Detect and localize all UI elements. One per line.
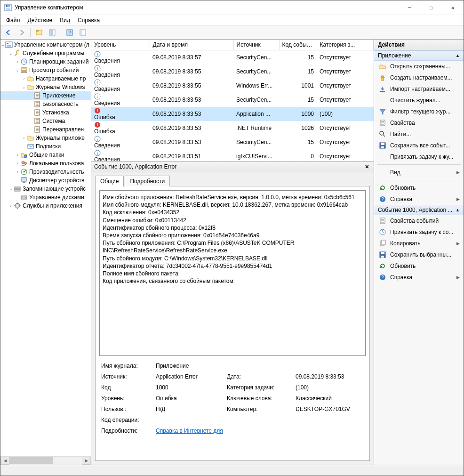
action-item[interactable]: Создать настраиваем...	[374, 72, 464, 83]
toolbar: ?	[0, 26, 464, 40]
tree-expander[interactable]: ⌄	[21, 85, 27, 89]
value-user: Н/Д	[156, 406, 224, 412]
column-header[interactable]: Дата и время	[150, 40, 233, 50]
tree-item[interactable]: ›Планировщик заданий	[0, 57, 91, 66]
menu-view[interactable]: Вид	[56, 16, 74, 24]
tree-item[interactable]: ›Службы и приложения	[0, 202, 91, 210]
svg-point-53	[16, 205, 18, 207]
tree-label: Система	[42, 118, 65, 124]
tree-item[interactable]: Безопасность	[0, 100, 91, 108]
action-label: Привязать задачу к жу...	[390, 153, 453, 160]
tree-expander[interactable]: ›	[15, 153, 20, 157]
action-item[interactable]: Копировать▶	[374, 238, 464, 249]
tree-label: Настраиваемые пр	[36, 75, 86, 82]
action-item[interactable]: Обновить	[374, 260, 464, 272]
tree-item[interactable]: ›Производительность	[0, 168, 91, 176]
tree-expander[interactable]: ›	[21, 76, 27, 81]
tree-expander[interactable]: ›	[15, 59, 20, 64]
column-header[interactable]: Категория з...	[317, 40, 374, 50]
action-item[interactable]: Фильтр текущего жур...	[374, 106, 464, 117]
action-item[interactable]: Привязать задачу к со...	[374, 226, 464, 238]
actions-group-application[interactable]: Приложение▲	[374, 50, 464, 61]
tree-expander[interactable]: ›	[21, 136, 27, 140]
tree-item[interactable]: ›Общие папки	[0, 151, 91, 159]
action-item[interactable]: Сохранить все событ...	[374, 140, 464, 151]
tree-item[interactable]: Подписки	[0, 142, 91, 151]
action-item[interactable]: Сохранить выбранны...	[374, 249, 464, 260]
tree-item[interactable]: ›Локальные пользова	[0, 159, 91, 168]
help-icon: ?	[379, 274, 386, 281]
action-item[interactable]: Импорт настраиваем...	[374, 83, 464, 95]
tree-horizontal-scrollbar[interactable]: ◀▶	[0, 456, 91, 465]
column-header[interactable]: Код события	[279, 40, 317, 50]
tab-details[interactable]: Подробности	[125, 176, 170, 186]
tab-general[interactable]: Общие	[95, 176, 124, 186]
show-hide-tree-button[interactable]	[33, 27, 45, 38]
event-row[interactable]: iСведения09.08.2019 8:33:53SecurityCen..…	[91, 135, 374, 149]
tree-item[interactable]: ⌄Журналы Windows	[0, 83, 91, 91]
forward-button[interactable]	[16, 27, 28, 38]
column-header[interactable]: Уровень	[91, 40, 150, 50]
action-item[interactable]: Свойства	[374, 117, 464, 129]
value-log: Приложение	[156, 363, 364, 369]
action-item[interactable]: Свойства событий	[374, 215, 464, 226]
detail-close-button[interactable]: ×	[363, 163, 371, 170]
event-row[interactable]: iСведения09.08.2019 8:33:51igfxCUIServi.…	[91, 149, 374, 161]
tree-item[interactable]: ⌄Управление компьютером (л	[0, 40, 91, 49]
open-icon	[379, 63, 386, 70]
event-row[interactable]: !Ошибка09.08.2019 8:33:53Application ...…	[91, 107, 374, 121]
action-item[interactable]: Открыть сохраненны...	[374, 61, 464, 72]
tree-expander[interactable]: ›	[8, 203, 14, 208]
action-item[interactable]: Найти...	[374, 129, 464, 140]
action-item[interactable]: Очистить журнал...	[374, 95, 464, 106]
tree-expander[interactable]: ⌄	[15, 68, 20, 73]
close-button[interactable]: ✕	[442, 0, 464, 15]
help-link[interactable]: Справка в Интернете для	[156, 428, 223, 434]
action-item[interactable]: Обновить	[374, 182, 464, 194]
event-row[interactable]: !Ошибка09.08.2019 8:33:53.NET Runtime102…	[91, 121, 374, 135]
event-row[interactable]: iСведения09.08.2019 8:33:55SecurityCen..…	[91, 65, 374, 79]
tree-expander[interactable]: ⌄	[8, 51, 14, 56]
tree-pane[interactable]: ⌄Управление компьютером (л⌄Служебные про…	[0, 40, 91, 465]
tree-expander[interactable]: ›	[15, 169, 20, 174]
tree-expander[interactable]: ›	[15, 161, 20, 166]
menu-file[interactable]: Файл	[2, 16, 24, 24]
blank-icon	[379, 153, 386, 161]
tree-item[interactable]: ⌄Служебные программы	[0, 49, 91, 57]
tree-expander[interactable]: ⌄	[1, 42, 5, 47]
tree-item[interactable]: Диспетчер устройств	[0, 176, 91, 185]
menu-action[interactable]: Действие	[24, 16, 56, 24]
event-row[interactable]: iСведения09.08.2019 8:33:57SecurityCen..…	[91, 50, 374, 65]
tree-item[interactable]: Управление дисками	[0, 193, 91, 202]
action-item[interactable]: Вид▶	[374, 167, 464, 178]
svg-rect-13	[7, 43, 8, 44]
toolbar-btn-b[interactable]	[46, 27, 58, 38]
action-item[interactable]: Привязать задачу к жу...	[374, 151, 464, 162]
event-row[interactable]: iСведения09.08.2019 8:33:53SecurityCen..…	[91, 93, 374, 107]
event-row[interactable]: iСведения09.08.2019 8:33:55Windows Err..…	[91, 79, 374, 93]
tree-item[interactable]: Перенаправлен	[0, 125, 91, 134]
tree-item[interactable]: ⌄Просмотр событий	[0, 66, 91, 74]
action-item[interactable]: ?Справка▶	[374, 272, 464, 283]
maximize-button[interactable]: ☐	[420, 0, 442, 15]
toolbar-btn-d[interactable]	[77, 27, 89, 38]
tree-item[interactable]: ⌄Запоминающие устройс	[0, 185, 91, 193]
column-header[interactable]: Источник	[233, 40, 279, 50]
tree-label: Запоминающие устройс	[23, 186, 86, 192]
event-message[interactable]: Имя сбойного приложения: RefreshRateServ…	[99, 190, 366, 356]
minimize-button[interactable]: ─	[399, 0, 420, 15]
svg-rect-101	[381, 256, 384, 258]
tree-expander[interactable]: ⌄	[8, 186, 14, 191]
help-button[interactable]: ?	[64, 27, 76, 38]
tree-item[interactable]: ›Журналы приложе	[0, 134, 91, 142]
back-button[interactable]	[2, 27, 15, 38]
events-list[interactable]: УровеньДата и времяИсточникКод событияКа…	[91, 40, 374, 161]
tree-item[interactable]: ›Настраиваемые пр	[0, 74, 91, 83]
menu-help[interactable]: Справка	[74, 16, 104, 24]
tree-item[interactable]: Приложение	[0, 91, 91, 100]
shared-icon	[20, 151, 28, 159]
tree-item[interactable]: Установка	[0, 108, 91, 117]
tree-item[interactable]: Система	[0, 117, 91, 125]
action-item[interactable]: ?Справка▶	[374, 194, 464, 205]
actions-group-event[interactable]: Событие 1000, Application ...▲	[374, 205, 464, 215]
